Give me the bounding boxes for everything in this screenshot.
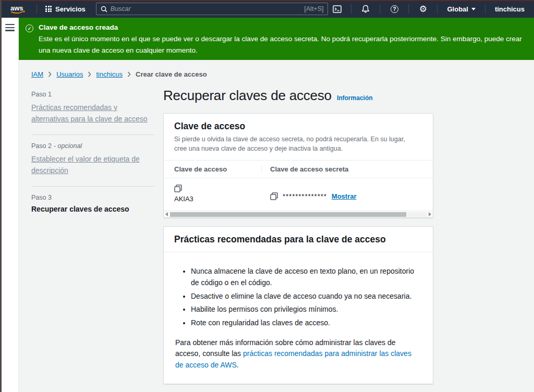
breadcrumb: IAM Usuarios tinchicus Crear clave de ac… xyxy=(31,70,534,78)
success-flashbar: ✓ Clave de acceso creada Este es el únic… xyxy=(19,18,534,60)
cloudshell-button[interactable] xyxy=(328,0,346,18)
flashbar-title: Clave de acceso creada xyxy=(39,23,525,31)
settings-button[interactable]: ⚙ xyxy=(414,0,432,18)
topbar-divider xyxy=(437,4,438,14)
services-label: Servicios xyxy=(55,5,86,13)
best-practices-card-title: Prácticas recomendadas para la clave de … xyxy=(174,234,422,245)
account-username: tinchicus xyxy=(495,5,525,13)
topbar-divider xyxy=(351,4,351,14)
notifications-bell-icon xyxy=(361,5,370,14)
help-question-icon: ? xyxy=(391,5,398,13)
step-2-optional-suffix: - opcional xyxy=(54,142,82,150)
topbar-divider xyxy=(485,4,486,14)
scrollbar-right-arrow[interactable] xyxy=(429,212,431,216)
success-check-icon: ✓ xyxy=(26,24,33,32)
services-menu-button[interactable]: Servicios xyxy=(42,5,89,13)
settings-gear-icon: ⚙ xyxy=(419,5,427,14)
notifications-button[interactable] xyxy=(357,0,374,18)
copy-icon xyxy=(174,185,182,192)
wizard-step-1: Paso 1 Prácticas recomendadas y alternat… xyxy=(31,87,155,134)
region-label: Global xyxy=(447,5,468,13)
best-practices-card: Prácticas recomendadas para la clave de … xyxy=(163,226,433,384)
help-button[interactable]: ? xyxy=(385,0,403,18)
copy-icon xyxy=(270,192,278,200)
search-icon xyxy=(101,6,107,13)
access-key-table-header: Clave de acceso Clave de acceso secreta xyxy=(164,161,433,178)
breadcrumb-link-user[interactable]: tinchicus xyxy=(96,70,123,78)
top-navigation-bar: aws Servicios [Alt+S] xyxy=(0,0,534,18)
column-header-access-key: Clave de acceso xyxy=(174,165,262,173)
best-practice-item: Nunca almacene la clave de acceso en tex… xyxy=(191,266,421,288)
topbar-right-cluster: ? ⚙ Global tinchicus xyxy=(328,0,529,18)
topbar-divider xyxy=(380,4,380,14)
secret-key-cell: ************** Mostrar xyxy=(262,190,357,203)
search-shortcut-hint: [Alt+S] xyxy=(304,5,323,13)
step-1-link[interactable]: Prácticas recomendadas y alternativas pa… xyxy=(31,103,148,123)
horizontal-scrollbar[interactable] xyxy=(164,211,433,217)
step-2-link[interactable]: Establecer el valor de etiqueta de descr… xyxy=(31,155,140,175)
breadcrumb-chevron-icon xyxy=(127,71,131,77)
aws-logo-icon: aws xyxy=(9,3,27,15)
info-link[interactable]: Información xyxy=(337,94,373,102)
step-2-label: Paso 2 xyxy=(31,142,52,150)
access-key-cell: AKIA3 xyxy=(174,185,262,203)
breadcrumb-chevron-icon xyxy=(48,71,52,77)
wizard-steps-nav: Paso 1 Prácticas recomendadas y alternat… xyxy=(31,87,155,392)
breadcrumb-link-iam[interactable]: IAM xyxy=(31,70,43,78)
screen-edge-left xyxy=(0,0,2,392)
secret-key-masked-value: ************** xyxy=(283,192,327,200)
breadcrumb-chevron-icon xyxy=(88,71,91,77)
copy-secret-key-button[interactable] xyxy=(270,192,278,200)
side-navigation-gutter xyxy=(2,18,19,392)
flashbar-message: Este es el único momento en el que se pu… xyxy=(39,33,525,56)
scrollbar-thumb[interactable] xyxy=(170,212,406,217)
cloudshell-terminal-icon xyxy=(333,5,342,13)
access-key-card: Clave de acceso Si pierde u olvida la cl… xyxy=(163,113,433,218)
main-column: Recuperar claves de acceso Información C… xyxy=(163,87,433,392)
breadcrumb-link-usuarios[interactable]: Usuarios xyxy=(56,70,83,78)
aws-logo[interactable]: aws xyxy=(5,3,31,15)
best-practices-list: Nunca almacene la clave de acceso en tex… xyxy=(191,266,421,328)
step-3-current-title: Recuperar claves de acceso xyxy=(31,205,155,213)
search-input[interactable] xyxy=(111,5,301,13)
column-header-secret-key: Clave de acceso secreta xyxy=(262,165,348,173)
access-key-value: AKIA3 xyxy=(174,195,262,203)
topbar-divider xyxy=(37,4,37,14)
account-menu[interactable]: tinchicus xyxy=(491,5,529,13)
best-practice-item: Rote con regularidad las claves de acces… xyxy=(191,317,421,329)
scrollbar-left-arrow[interactable] xyxy=(165,212,168,216)
svg-text:aws: aws xyxy=(10,4,23,12)
page-content: IAM Usuarios tinchicus Crear clave de ac… xyxy=(19,60,534,392)
best-practices-footer: Para obtener más información sobre cómo … xyxy=(175,337,421,371)
caret-down-icon xyxy=(471,8,476,10)
access-key-card-description: Si pierde u olvida la clave de acceso se… xyxy=(174,134,419,153)
best-practice-item: Habilite los permisos con privilegios mí… xyxy=(191,304,421,315)
topbar-divider xyxy=(408,4,409,14)
show-secret-link[interactable]: Mostrar xyxy=(332,192,357,200)
page-title: Recuperar claves de acceso xyxy=(163,88,332,104)
footer-period: . xyxy=(237,361,239,369)
screen-edge-top xyxy=(0,0,534,1)
wizard-step-2: Paso 2 - opcional Establecer el valor de… xyxy=(31,134,155,186)
access-key-table-row: AKIA3 ************** Mostrar xyxy=(164,178,433,211)
scrollbar-track[interactable] xyxy=(170,212,427,217)
services-grid-icon xyxy=(45,6,52,12)
access-key-card-title: Clave de acceso xyxy=(174,121,422,132)
step-1-label: Paso 1 xyxy=(31,91,52,98)
region-selector[interactable]: Global xyxy=(443,5,479,13)
global-search-box[interactable]: [Alt+S] xyxy=(96,3,329,15)
copy-access-key-button[interactable] xyxy=(174,185,262,192)
step-3-label: Paso 3 xyxy=(31,194,52,201)
wizard-step-3: Paso 3 Recuperar claves de acceso xyxy=(31,186,155,223)
best-practice-item: Desactive o elimine la clave de acceso c… xyxy=(191,291,421,302)
hamburger-menu-icon[interactable] xyxy=(5,24,15,31)
breadcrumb-current: Crear clave de acceso xyxy=(136,70,207,78)
